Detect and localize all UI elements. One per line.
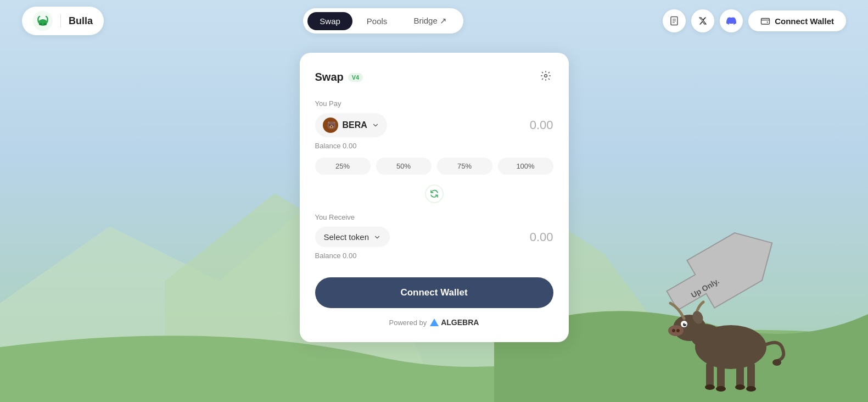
bulla-logo-icon xyxy=(33,11,53,31)
discord-icon xyxy=(726,16,736,26)
to-balance-value: 0.00 xyxy=(343,252,356,260)
from-token-select[interactable]: 🐻 BERA xyxy=(315,113,387,137)
svg-point-18 xyxy=(676,329,680,332)
select-token-chevron-icon xyxy=(373,233,381,241)
powered-by-row: Powered by ALGEBRA xyxy=(315,318,553,327)
settings-icon xyxy=(540,70,551,81)
svg-rect-6 xyxy=(747,362,755,389)
swap-title-group: Swap V4 xyxy=(315,71,363,83)
chevron-down-icon xyxy=(372,121,379,129)
you-pay-row: 🐻 BERA 0.00 xyxy=(315,113,553,137)
from-balance-value: 0.00 xyxy=(343,142,356,150)
from-token-amount: 0.00 xyxy=(530,118,553,132)
svg-point-17 xyxy=(672,329,675,332)
bera-token-icon: 🐻 xyxy=(323,118,338,133)
to-balance-label: Balance xyxy=(315,252,341,260)
svg-rect-4 xyxy=(717,362,725,389)
percent-75-button[interactable]: 75% xyxy=(437,158,492,175)
svg-point-31 xyxy=(544,75,547,77)
logo-divider xyxy=(60,14,61,27)
you-receive-row: Select token 0.00 xyxy=(315,227,553,247)
percent-50-button[interactable]: 50% xyxy=(376,158,432,175)
svg-point-30 xyxy=(767,21,768,23)
you-receive-label: You Receive xyxy=(315,213,553,221)
nav-bridge[interactable]: Bridge ↗ xyxy=(401,12,459,30)
swap-arrow-icon xyxy=(429,189,439,199)
svg-point-19 xyxy=(772,359,781,366)
svg-point-7 xyxy=(705,384,715,390)
svg-point-9 xyxy=(735,384,745,390)
swap-title: Swap xyxy=(315,71,344,83)
you-pay-label: You Pay xyxy=(315,99,553,108)
svg-point-10 xyxy=(746,386,756,392)
to-token-select[interactable]: Select token xyxy=(315,227,390,247)
twitter-button[interactable] xyxy=(691,9,714,32)
navbar: Bulla Swap Pools Bridge ↗ xyxy=(0,0,868,42)
swap-card: Swap V4 You Pay 🐻 BERA 0.00 Balance 0.00 xyxy=(300,53,569,342)
nav-menu: Swap Pools Bridge ↗ xyxy=(303,8,463,34)
version-badge: V4 xyxy=(348,73,363,82)
to-token-amount: 0.00 xyxy=(530,230,553,244)
connect-wallet-main-button[interactable]: Connect Wallet xyxy=(315,277,553,308)
nav-swap[interactable]: Swap xyxy=(307,12,352,30)
bull-illustration: Up Only. xyxy=(621,210,813,402)
twitter-icon xyxy=(698,16,707,25)
swap-card-header: Swap V4 xyxy=(315,68,553,86)
from-balance-label: Balance xyxy=(315,142,341,150)
svg-rect-3 xyxy=(706,362,714,387)
logo-container: Bulla xyxy=(22,7,104,35)
discord-button[interactable] xyxy=(720,9,743,32)
to-token-placeholder: Select token xyxy=(324,232,369,242)
svg-rect-5 xyxy=(736,362,744,387)
svg-point-8 xyxy=(716,386,726,392)
algebra-triangle-icon xyxy=(430,319,439,326)
header-connect-wallet-button[interactable]: Connect Wallet xyxy=(748,10,846,31)
swap-direction-button[interactable] xyxy=(425,185,444,203)
algebra-name: ALGEBRA xyxy=(441,318,479,327)
svg-point-15 xyxy=(685,323,686,325)
wallet-icon xyxy=(760,16,770,26)
svg-point-16 xyxy=(668,325,684,336)
doc-icon xyxy=(669,16,679,26)
percent-100-button[interactable]: 100% xyxy=(498,158,553,175)
svg-point-24 xyxy=(43,23,47,25)
percent-buttons-group: 25% 50% 75% 100% xyxy=(315,158,553,175)
logo-name: Bulla xyxy=(69,15,93,27)
powered-by-label: Powered by xyxy=(389,319,427,327)
svg-text:🐻: 🐻 xyxy=(327,121,337,130)
navbar-right: Connect Wallet xyxy=(663,9,846,32)
swap-arrow-row xyxy=(315,185,553,203)
from-token-balance: Balance 0.00 xyxy=(315,142,553,150)
percent-25-button[interactable]: 25% xyxy=(315,158,371,175)
header-connect-wallet-label: Connect Wallet xyxy=(775,16,834,26)
nav-pools[interactable]: Pools xyxy=(355,12,400,30)
from-token-symbol: BERA xyxy=(343,120,367,130)
to-token-balance: Balance 0.00 xyxy=(315,252,553,260)
doc-button[interactable] xyxy=(663,9,686,32)
svg-point-23 xyxy=(39,23,42,25)
svg-rect-29 xyxy=(761,19,770,25)
settings-button[interactable] xyxy=(538,68,553,86)
algebra-logo: ALGEBRA xyxy=(430,318,479,327)
